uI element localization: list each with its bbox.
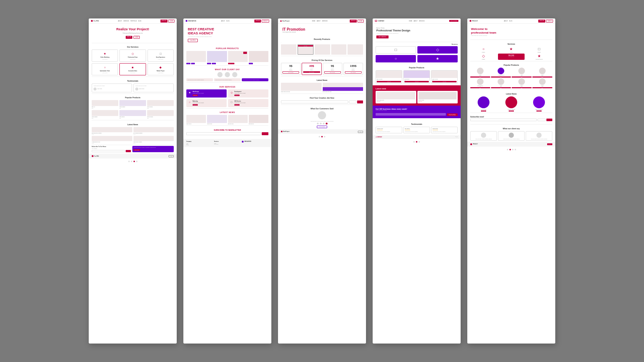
tag-purple-5: LOREM [249, 63, 253, 64]
signup-btn-5[interactable]: SIGN UP [538, 20, 545, 23]
login-btn-3[interactable]: LOGIN [357, 20, 364, 23]
ln5-btn-1[interactable]: BROWSE [481, 110, 487, 112]
nav-about-1[interactable]: ABOUT [118, 20, 122, 22]
login-btn-2[interactable]: SIGN UP [262, 20, 269, 23]
cust-dot-4[interactable] [326, 123, 328, 124]
pp-add-4-2[interactable]: Add to Cart [404, 81, 429, 82]
pp-thumb-4-3 [431, 71, 457, 78]
pp5-btn-1[interactable]: BUY [470, 76, 490, 78]
pp5-price-5: $22 [470, 86, 490, 87]
cust-dot-3[interactable] [323, 123, 325, 124]
dot-4c[interactable] [418, 141, 420, 143]
get-started-btn-4[interactable]: GET STARTED [376, 35, 389, 38]
ln5-btn-3[interactable]: BROWSE [536, 110, 542, 112]
nav-about-2[interactable]: ABOUT [221, 20, 225, 22]
learn-more-btn-2[interactable]: Learn More [188, 39, 198, 42]
dot-1a[interactable] [128, 161, 130, 162]
footer-login-btn[interactable]: Login [169, 155, 174, 157]
read-more-btn-1[interactable]: READ MORE [133, 149, 140, 151]
ln5-btn-2[interactable]: BROWSE [509, 110, 514, 112]
footer-link-2a3[interactable]: Contact [186, 144, 213, 145]
client-card-1: Lorem ipsum dolor sit amet consectetur a… [186, 78, 213, 81]
pp5-btn-2[interactable]: BUY [491, 76, 511, 78]
read-more-svc-2[interactable]: Read More [234, 95, 240, 96]
pp-add-4-3[interactable]: Add to Cart [432, 81, 457, 82]
get-started-nav-4[interactable]: GET STARTED [449, 20, 458, 22]
cust-dot-1[interactable] [317, 123, 319, 124]
dot-1b[interactable] [131, 161, 132, 162]
recently-next-3[interactable]: → [362, 42, 363, 42]
signup-btn-2[interactable]: SIGN IN [254, 20, 261, 23]
pp5-btn-3[interactable]: BUY [512, 76, 532, 78]
nav-blog-5[interactable]: BLOG [509, 20, 512, 22]
footer-login-btn-3[interactable]: Login [358, 131, 363, 133]
footer-name-3: BestProject [283, 131, 289, 132]
read-more-svc-3[interactable]: Read More [193, 104, 198, 106]
hero-login-1[interactable]: LOGIN [133, 36, 140, 39]
footer-link-2b2[interactable]: Development [214, 144, 241, 144]
email-input-1[interactable] [92, 150, 125, 152]
nav-services-4[interactable]: SERVICES [419, 20, 424, 22]
sub5-select[interactable] [538, 119, 546, 121]
nav-services-3[interactable]: SERVICES [322, 20, 328, 22]
ideas-input-4[interactable] [376, 113, 446, 116]
load-more-btn-3[interactable]: LOAD MORE [317, 126, 327, 128]
job-select-3[interactable] [349, 100, 356, 103]
logo-text-4: COMPANY [378, 20, 384, 22]
sub5-input[interactable] [470, 119, 537, 121]
get-started-standard[interactable]: GET STARTED [303, 71, 320, 73]
job-input-3[interactable] [281, 100, 348, 103]
sub5-btn[interactable] [546, 119, 552, 121]
footer-signup-5[interactable]: SIGN UP [547, 143, 552, 145]
dot-1d[interactable] [136, 161, 138, 162]
nav-home-4[interactable]: HOME [409, 20, 412, 22]
login-btn-5[interactable]: SIGN IN [546, 20, 553, 23]
pp5-btn-5[interactable]: BUY [470, 87, 490, 88]
read-more-svc-1[interactable]: Read More [193, 95, 198, 96]
nav-services-1[interactable]: SERVICES [123, 20, 129, 22]
job-search-btn-3[interactable] [357, 100, 363, 103]
nav-about-4[interactable]: ABOUT [414, 20, 417, 22]
pp5-btn-6[interactable]: BUY [491, 87, 511, 88]
lnews-readmore-4-2[interactable]: Read More [418, 101, 422, 102]
get-started-basic[interactable]: GET STARTED [282, 71, 299, 74]
read-more-svc-4[interactable]: Read More [234, 104, 240, 106]
nav-home-3[interactable]: HOME [312, 20, 315, 22]
find-out-btn-4[interactable]: Find Out More [447, 113, 458, 116]
sub-btn-2[interactable] [262, 132, 268, 135]
dot-3a[interactable] [319, 136, 320, 137]
signup-btn-1[interactable]: SIGN UP [160, 20, 167, 23]
dot-3b[interactable] [321, 136, 323, 137]
dot-5c[interactable] [512, 149, 513, 150]
footer-icon-3 [281, 131, 282, 132]
dot-1c[interactable] [133, 161, 135, 162]
pp-add-4-1[interactable]: Add to Cart [377, 81, 401, 82]
subscribe-btn-1[interactable] [126, 150, 131, 152]
dot-3c[interactable] [324, 136, 325, 137]
pp5-btn-4[interactable]: BUY [532, 76, 552, 78]
pp5-btn-8[interactable]: BUY [532, 87, 552, 88]
nav-portfolio-1[interactable]: PORTFOLIO [131, 20, 137, 22]
dot-5b[interactable] [509, 149, 511, 150]
nav-about-3[interactable]: ABOUT [317, 20, 321, 22]
hero-signup-1[interactable]: SIGN UP [126, 36, 132, 39]
get-started-business[interactable]: GET STARTED [324, 71, 341, 74]
cust-dot-2[interactable] [320, 123, 322, 124]
nav-blog-1[interactable]: BLOG [138, 20, 141, 22]
dot-5d[interactable] [515, 149, 516, 150]
buy-now-btn-3[interactable]: BUY NOW [298, 45, 313, 47]
ln5-circle-1 [478, 96, 489, 108]
get-started-premium[interactable]: GET STARTED [345, 71, 362, 74]
recently-prev-3[interactable]: ← [281, 42, 282, 42]
login-btn-1[interactable]: LOGIN [168, 20, 174, 23]
card-realize-project: Pro PRO ABOUT SERVICES PORTFOLIO BLOG SI… [89, 18, 177, 344]
sub-input-2[interactable] [186, 132, 261, 135]
dot-4b[interactable] [416, 141, 417, 143]
signup-btn-3[interactable]: SIGN UP [350, 20, 356, 23]
nav-blog-2[interactable]: BLOG [226, 20, 229, 22]
pp5-btn-7[interactable]: BUY [512, 87, 532, 88]
nav-about-5[interactable]: ABOUT [504, 20, 508, 22]
dot-5a[interactable] [507, 149, 508, 150]
lnews-readmore-4-1[interactable]: Read More [377, 101, 380, 102]
dot-4a[interactable] [413, 141, 415, 143]
